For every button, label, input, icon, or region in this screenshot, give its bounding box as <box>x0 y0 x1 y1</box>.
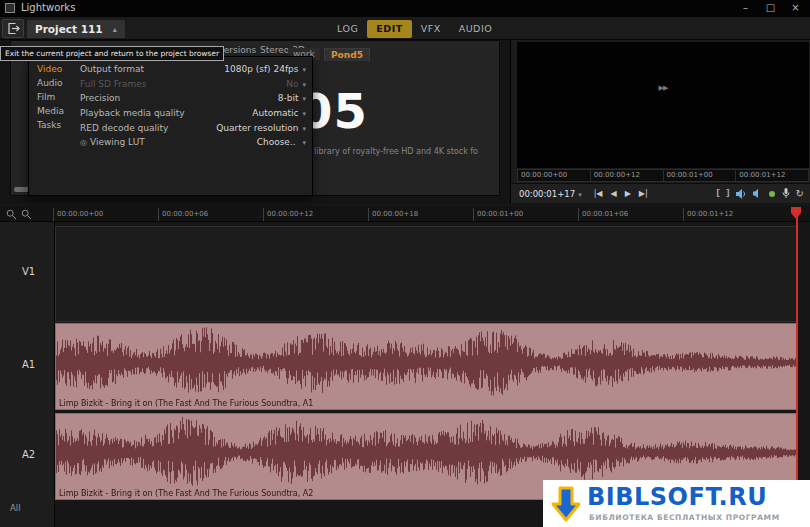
mark-timecode: 00:00:00+00 <box>517 169 591 182</box>
timeline-ruler[interactable]: 00:00:00+00 00:00:00+06 00:00:00+12 00:0… <box>0 206 810 222</box>
maximize-button[interactable]: □ <box>758 0 783 17</box>
clip-name-a1: Limp Bizkit - Bring it on (The Fast And … <box>59 399 313 408</box>
mark-timecodes: 00:00:00+00 00:00:00+12 00:00:01+00 00:0… <box>517 169 809 182</box>
status-lamp-icon <box>768 190 776 198</box>
pond5-description: library of royalty-free HD and 4K stock … <box>314 147 500 156</box>
setting-playback-quality[interactable]: Playback media quality Automatic <box>76 106 312 121</box>
mark-in-icon[interactable]: [ <box>716 189 720 198</box>
video-viewport[interactable]: ▶▶ <box>517 42 809 168</box>
audio-clip-a1[interactable]: Limp Bizkit - Bring it on (The Fast And … <box>55 323 798 410</box>
track-label-v1[interactable]: V1 <box>22 266 35 277</box>
zoom-in-icon[interactable] <box>6 209 17 220</box>
track-label-all[interactable]: All <box>10 503 21 513</box>
video-clip[interactable] <box>55 226 798 322</box>
settings-menu-media[interactable]: Media <box>29 104 76 118</box>
setting-viewing-lut[interactable]: ◎Viewing LUT Choose.. <box>76 135 312 150</box>
settings-menu-tasks[interactable]: Tasks <box>29 118 76 132</box>
audio-monitor-icon[interactable] <box>753 189 762 198</box>
mark-timecode: 00:00:01+00 <box>664 169 737 182</box>
mark-timecode: 00:00:01+12 <box>736 169 809 182</box>
viewing-lut-icon: ◎ <box>80 138 87 147</box>
mic-icon[interactable] <box>782 188 790 199</box>
watermark: BIBLSOFT.RU БИБЛИОТЕКА БЕСПЛАТНЫХ ПРОГРА… <box>543 480 810 527</box>
setting-red-decode[interactable]: RED decode quality Quarter resolution <box>76 120 312 135</box>
settings-menu-film[interactable]: Film <box>29 90 76 104</box>
download-arrow-icon <box>550 485 582 523</box>
settings-panel: Video Audio Film Media Tasks Output form… <box>28 56 313 196</box>
play-indicator-icon: ▶▶ <box>659 84 668 92</box>
settings-rows: Output format 1080p (sf) 24fps Full SD F… <box>76 62 312 150</box>
ruler-label: 00:00:01+00 <box>477 210 523 218</box>
settings-menu: Video Audio Film Media Tasks <box>29 62 76 132</box>
tab-edit[interactable]: EDIT <box>367 20 411 38</box>
project-tab-label: Project 111 <box>35 23 103 35</box>
playhead-marker-icon[interactable] <box>790 206 802 220</box>
step-back-icon[interactable]: ◀ <box>611 189 617 198</box>
close-button[interactable]: × <box>783 0 808 17</box>
mark-timecode: 00:00:00+12 <box>591 169 664 182</box>
app-title: Lightworks <box>21 2 75 13</box>
viewer-panel: ▶▶ 00:00:00+00 00:00:00+12 00:00:01+00 0… <box>510 40 810 203</box>
project-menu-arrow-icon[interactable]: ▴ <box>113 25 117 34</box>
ruler-label: 00:00:00+00 <box>57 210 103 218</box>
transport-bar: 00:00:01+17 |◀ ◀ ▶ ▶| [ ] ↻ <box>511 183 810 203</box>
tooltip: Exit the current project and return to t… <box>0 46 224 61</box>
tab-vfx[interactable]: VFX <box>412 20 450 38</box>
play-icon[interactable]: ▶ <box>625 189 631 198</box>
lightworks-window: Lightworks – □ × Project 111 ▴ LOG EDIT … <box>0 0 810 527</box>
track-label-a2[interactable]: A2 <box>22 449 35 460</box>
setting-precision[interactable]: Precision 8-bit <box>76 91 312 106</box>
settings-menu-audio[interactable]: Audio <box>29 76 76 90</box>
exit-project-button[interactable] <box>2 19 24 38</box>
loop-icon[interactable]: ↻ <box>796 188 804 199</box>
timeline: 00:00:00+00 00:00:00+06 00:00:00+12 00:0… <box>0 204 810 527</box>
audio-waveform <box>56 324 797 409</box>
exit-icon <box>7 22 20 35</box>
playhead-line[interactable] <box>796 207 798 500</box>
settings-menu-video[interactable]: Video <box>29 62 76 76</box>
minimize-button[interactable]: – <box>733 0 758 17</box>
ruler-label: 00:00:00+18 <box>372 210 418 218</box>
current-timecode[interactable]: 00:00:01+17 <box>519 189 582 199</box>
speaker-icon[interactable] <box>736 189 747 199</box>
mark-out-icon[interactable]: ] <box>726 189 730 198</box>
zoom-out-icon[interactable] <box>21 209 32 220</box>
main-tabs: LOG EDIT VFX AUDIO <box>328 20 501 38</box>
ruler-label: 00:00:00+06 <box>162 210 208 218</box>
watermark-site-name: BIBLSOFT.RU <box>587 483 767 511</box>
project-tab[interactable]: Project 111 ▴ <box>27 20 125 38</box>
skip-end-icon[interactable]: ▶| <box>639 189 648 198</box>
setting-full-sd-frames: Full SD Frames No <box>76 77 312 92</box>
track-label-a1[interactable]: A1 <box>22 359 35 370</box>
ruler-label: 00:00:00+12 <box>267 210 313 218</box>
clip-name-a2: Limp Bizkit - Bring it on (The Fast And … <box>59 489 313 498</box>
tab-audio[interactable]: AUDIO <box>450 20 502 38</box>
watermark-subtitle: БИБЛИОТЕКА БЕСПЛАТНЫХ ПРОГРАММ <box>589 513 780 522</box>
titlebar: Lightworks – □ × <box>0 0 810 17</box>
setting-output-format[interactable]: Output format 1080p (sf) 24fps <box>76 62 312 77</box>
ruler-label: 00:00:01+06 <box>582 210 628 218</box>
skip-start-icon[interactable]: |◀ <box>594 189 603 198</box>
tab-log[interactable]: LOG <box>328 20 367 38</box>
ruler-label: 00:00:01+12 <box>687 210 733 218</box>
menubar: Project 111 ▴ LOG EDIT VFX AUDIO <box>0 17 810 40</box>
app-logo-icon <box>5 3 15 13</box>
browser-tab-pond5[interactable]: Pond5 <box>324 48 370 61</box>
